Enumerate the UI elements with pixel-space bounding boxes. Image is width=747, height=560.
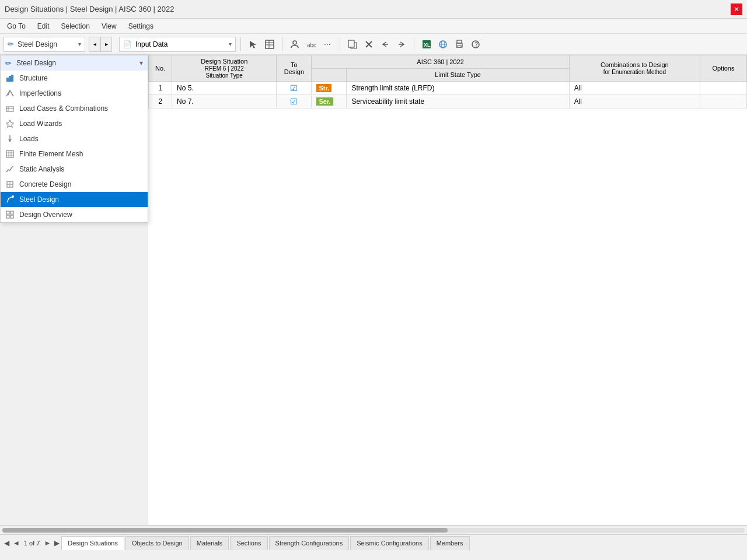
main-content: ✏ Steel Design ▾ Structure Imperfections… bbox=[0, 55, 747, 525]
toolbar-group-2: abc ··· bbox=[287, 37, 335, 52]
cell-to-design-1[interactable]: ☑ bbox=[277, 82, 312, 95]
svg-rect-33 bbox=[6, 150, 13, 158]
col-badge bbox=[312, 68, 347, 82]
nav-next-button[interactable]: ▸ bbox=[100, 37, 112, 52]
svg-rect-42 bbox=[6, 211, 9, 214]
input-dropdown[interactable]: 📄 Input Data ▾ bbox=[119, 37, 236, 52]
menu-edit[interactable]: Edit bbox=[35, 21, 52, 32]
close-button[interactable]: ✕ bbox=[731, 4, 742, 15]
toolbar-sep-3 bbox=[340, 37, 340, 51]
svg-rect-8 bbox=[348, 40, 354, 47]
cell-badge-2: Ser. bbox=[312, 95, 347, 108]
toolbar-btn-table[interactable] bbox=[262, 37, 277, 52]
toolbar-sep-4 bbox=[414, 37, 414, 51]
toolbar-btn-cursor[interactable] bbox=[246, 37, 261, 52]
tab-objects-to-design[interactable]: Objects to Design bbox=[125, 536, 189, 550]
cell-combinations-2: All bbox=[569, 95, 700, 108]
concrete-design-icon bbox=[5, 180, 15, 189]
dropdown-item-static-analysis[interactable]: Static Analysis bbox=[1, 162, 148, 177]
svg-marker-32 bbox=[8, 139, 12, 142]
dropdown-item-concrete-design[interactable]: Concrete Design bbox=[1, 177, 148, 192]
svg-rect-20 bbox=[458, 46, 461, 47]
table-row: 2 No 7. ☑ Ser. Serviceability limit stat… bbox=[149, 95, 747, 108]
toolbar-btn-help[interactable]: ? bbox=[468, 37, 483, 52]
menu-view[interactable]: View bbox=[99, 21, 119, 32]
tab-strength-configurations[interactable]: Strength Configurations bbox=[269, 536, 350, 550]
dropdown-item-structure[interactable]: Structure bbox=[1, 71, 148, 86]
dropdown-header[interactable]: ✏ Steel Design ▾ bbox=[1, 55, 148, 71]
menu-goto[interactable]: Go To bbox=[5, 21, 28, 32]
svg-rect-45 bbox=[11, 215, 13, 218]
dropdown-loads-label: Loads bbox=[19, 135, 39, 143]
dropdown-header-label: Steel Design bbox=[16, 59, 56, 67]
cell-to-design-2[interactable]: ☑ bbox=[277, 95, 312, 108]
col-no: No. bbox=[149, 55, 172, 82]
tab-design-situations[interactable]: Design Situations bbox=[61, 536, 124, 550]
svg-text:···: ··· bbox=[324, 40, 331, 48]
tab-nav-first[interactable]: ◀ bbox=[2, 539, 11, 547]
svg-marker-30 bbox=[6, 120, 13, 127]
tab-members[interactable]: Members bbox=[430, 536, 470, 550]
table-area: No. Design Situation RFEM 6 | 2022 Situa… bbox=[148, 55, 747, 525]
toolbar-btn-user[interactable] bbox=[287, 37, 302, 52]
title-bar: Design Situations | Steel Design | AISC … bbox=[0, 0, 747, 19]
tab-nav-last[interactable]: ▶ bbox=[53, 539, 61, 547]
toolbar-btn-excel[interactable]: XL bbox=[419, 37, 434, 52]
menu-selection[interactable]: Selection bbox=[59, 21, 92, 32]
badge-ser-2: Ser. bbox=[316, 97, 333, 106]
col-aisc-header: AISC 360 | 2022 bbox=[312, 55, 569, 69]
toolbar-btn-dots[interactable]: ··· bbox=[320, 37, 335, 52]
data-table: No. Design Situation RFEM 6 | 2022 Situa… bbox=[148, 55, 747, 108]
nav-dropdown[interactable]: ✏ Steel Design ▾ bbox=[4, 37, 85, 52]
toolbar-sep-1 bbox=[240, 37, 241, 51]
cell-limit-state-2: Serviceability limit state bbox=[347, 95, 569, 108]
svg-rect-25 bbox=[11, 75, 13, 82]
bottom-tabs: ◀ ◄ 1 of 7 ► ▶ Design Situations Objects… bbox=[0, 534, 747, 551]
col-situation: Design Situation RFEM 6 | 2022 Situation… bbox=[172, 55, 277, 82]
menu-settings[interactable]: Settings bbox=[126, 21, 156, 32]
table-row: 1 No 5. ☑ Str. Strength limit state (LRF… bbox=[149, 82, 747, 95]
horizontal-scrollbar[interactable] bbox=[0, 525, 747, 534]
nav-dropdown-menu: ✏ Steel Design ▾ Structure Imperfections… bbox=[0, 55, 148, 223]
tab-materials[interactable]: Materials bbox=[190, 536, 229, 550]
loads-icon bbox=[5, 134, 15, 144]
svg-rect-43 bbox=[11, 211, 13, 214]
dropdown-item-imperfections[interactable]: Imperfections bbox=[1, 86, 148, 101]
toolbar-btn-forward[interactable] bbox=[394, 37, 409, 52]
dropdown-item-load-cases[interactable]: Load Cases & Combinations bbox=[1, 101, 148, 116]
nav-prev-button[interactable]: ◂ bbox=[89, 37, 100, 52]
toolbar-group-3 bbox=[345, 37, 409, 52]
dropdown-steel-design-label: Steel Design bbox=[19, 195, 59, 204]
dropdown-item-design-overview[interactable]: Design Overview bbox=[1, 207, 148, 222]
svg-point-41 bbox=[12, 195, 14, 198]
scrollbar-thumb[interactable] bbox=[2, 528, 448, 533]
svg-rect-1 bbox=[266, 40, 274, 48]
tab-seismic-configurations[interactable]: Seismic Configurations bbox=[350, 536, 429, 550]
toolbar-btn-globe[interactable] bbox=[435, 37, 451, 52]
tab-nav-next[interactable]: ► bbox=[42, 539, 53, 547]
menu-bar: Go To Edit Selection View Settings bbox=[0, 19, 747, 34]
toolbar-btn-print[interactable] bbox=[452, 37, 467, 52]
svg-rect-23 bbox=[6, 78, 9, 82]
toolbar-btn-abc[interactable]: abc bbox=[303, 37, 319, 52]
tab-sections[interactable]: Sections bbox=[230, 536, 267, 550]
svg-text:XL: XL bbox=[424, 42, 431, 48]
cell-no-2: 2 bbox=[149, 95, 172, 108]
tab-page-info: 1 of 7 bbox=[22, 540, 43, 547]
dropdown-item-load-wizards[interactable]: Load Wizards bbox=[1, 116, 148, 131]
toolbar-btn-back[interactable] bbox=[378, 37, 393, 52]
dropdown-item-steel-design[interactable]: Steel Design bbox=[1, 192, 148, 207]
svg-text:abc: abc bbox=[307, 42, 316, 48]
svg-point-5 bbox=[293, 41, 296, 44]
badge-str-1: Str. bbox=[316, 84, 331, 92]
dropdown-item-loads[interactable]: Loads bbox=[1, 131, 148, 146]
load-wizards-icon bbox=[5, 119, 15, 128]
toolbar-btn-export[interactable] bbox=[345, 37, 360, 52]
svg-rect-44 bbox=[6, 215, 9, 218]
toolbar-btn-delete[interactable] bbox=[361, 37, 376, 52]
imperfections-icon bbox=[5, 89, 15, 98]
scrollbar-track[interactable] bbox=[2, 528, 745, 533]
toolbar: ✏ Steel Design ▾ ◂ ▸ 📄 Input Data ▾ abc … bbox=[0, 34, 747, 55]
dropdown-item-fem[interactable]: Finite Element Mesh bbox=[1, 146, 148, 162]
tab-nav-prev[interactable]: ◄ bbox=[11, 539, 22, 547]
